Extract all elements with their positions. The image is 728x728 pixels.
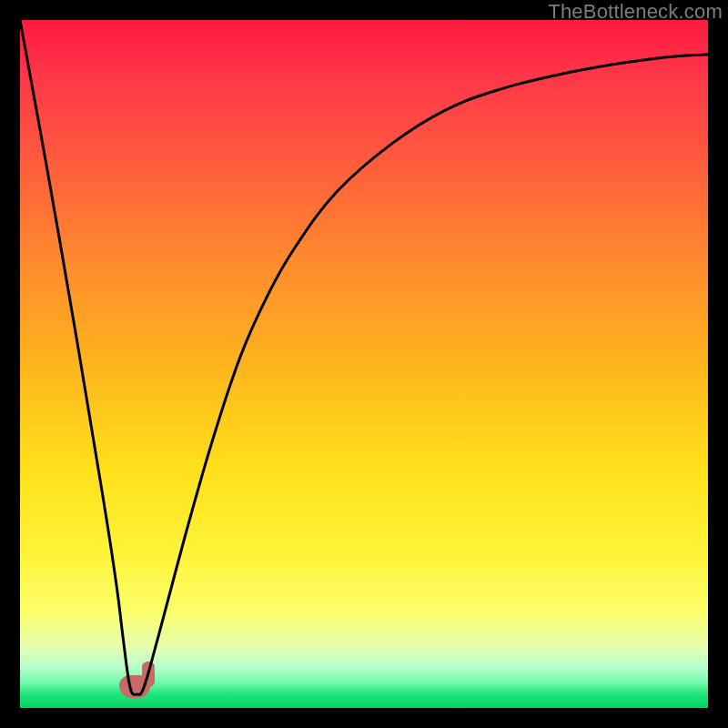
curve-path: [20, 20, 708, 694]
chart-frame: TheBottleneck.com: [0, 0, 728, 728]
curve-svg: [20, 20, 708, 708]
plot-area: [20, 20, 708, 708]
